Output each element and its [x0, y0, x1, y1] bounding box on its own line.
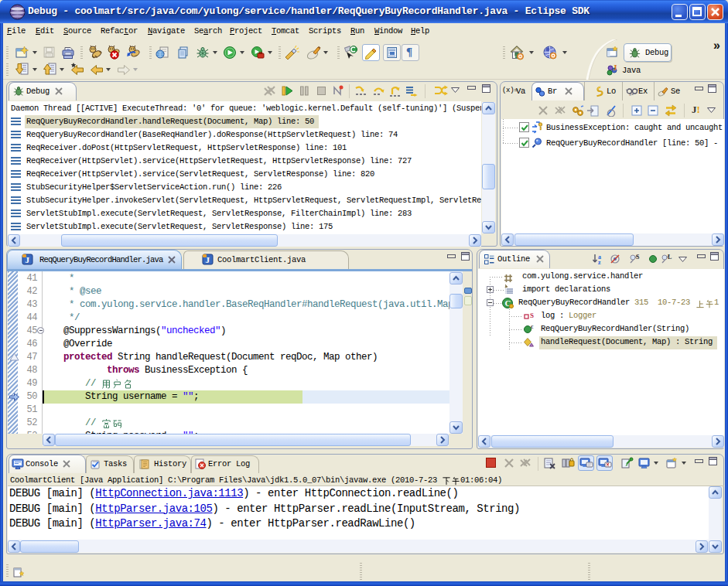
svg-text:J: J: [26, 255, 30, 264]
svg-text:L: L: [668, 254, 672, 261]
svg-text:J: J: [613, 63, 617, 72]
svg-text:S: S: [636, 254, 640, 261]
svg-text:S: S: [530, 312, 534, 319]
svg-text:c: c: [531, 324, 534, 330]
svg-text:z: z: [598, 259, 601, 266]
svg-text:J: J: [206, 255, 210, 264]
svg-text:x=: x=: [629, 93, 634, 97]
